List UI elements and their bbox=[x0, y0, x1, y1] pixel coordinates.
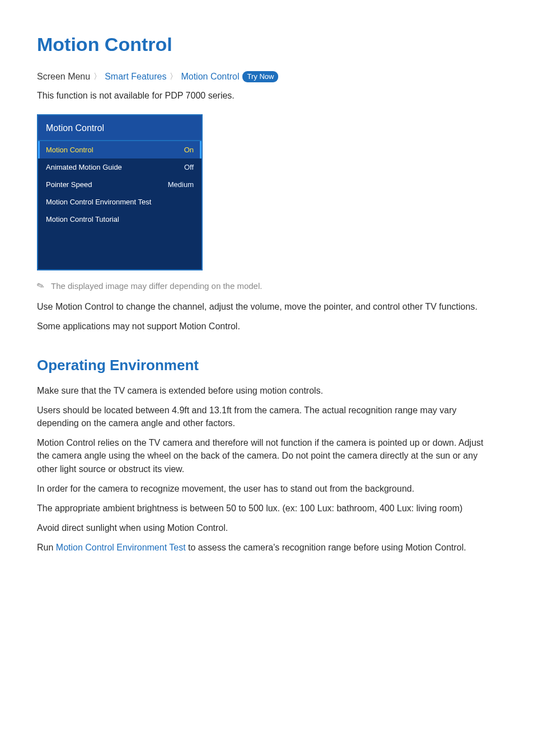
breadcrumb-prefix: Screen Menu bbox=[37, 72, 90, 82]
panel-row-animated-guide[interactable]: Animated Motion Guide Off bbox=[38, 158, 202, 176]
op-env-p7-post: to assess the camera's recognition range… bbox=[186, 543, 466, 552]
panel-row-motion-control[interactable]: Motion Control On bbox=[38, 141, 202, 158]
panel-row-pointer-speed[interactable]: Pointer Speed Medium bbox=[38, 176, 202, 193]
op-env-p2: Users should be located between 4.9ft an… bbox=[37, 404, 497, 430]
description-1: Use Motion Control to change the channel… bbox=[37, 300, 497, 313]
try-now-badge[interactable]: Try Now bbox=[242, 71, 278, 82]
op-env-p7-pre: Run bbox=[37, 543, 56, 552]
intro-note: This function is not available for PDP 7… bbox=[37, 89, 497, 102]
motion-control-panel: Motion Control Motion Control On Animate… bbox=[37, 114, 203, 270]
operating-environment-title: Operating Environment bbox=[37, 357, 497, 374]
breadcrumb-motion-control[interactable]: Motion Control bbox=[181, 72, 239, 82]
image-note-text: The displayed image may differ depending… bbox=[51, 281, 262, 291]
row-label: Motion Control bbox=[46, 146, 93, 154]
page-title: Motion Control bbox=[37, 34, 497, 55]
breadcrumb-smart-features[interactable]: Smart Features bbox=[105, 72, 166, 82]
op-env-p7: Run Motion Control Environment Test to a… bbox=[37, 541, 497, 554]
description-2: Some applications may not support Motion… bbox=[37, 320, 497, 333]
chevron-right-icon: 〉 bbox=[92, 72, 102, 82]
op-env-p4: In order for the camera to recognize mov… bbox=[37, 482, 497, 495]
panel-row-tutorial[interactable]: Motion Control Tutorial bbox=[38, 211, 202, 228]
breadcrumb: Screen Menu 〉 Smart Features 〉 Motion Co… bbox=[37, 71, 497, 82]
row-label: Motion Control Environment Test bbox=[46, 198, 151, 206]
row-value: Medium bbox=[168, 180, 194, 189]
row-value: Off bbox=[184, 163, 194, 171]
row-label: Pointer Speed bbox=[46, 180, 92, 189]
row-value: On bbox=[184, 146, 194, 154]
op-env-p1: Make sure that the TV camera is extended… bbox=[37, 384, 497, 397]
row-label: Motion Control Tutorial bbox=[46, 215, 119, 223]
motion-control-env-test-link[interactable]: Motion Control Environment Test bbox=[56, 543, 186, 552]
panel-body: Motion Control On Animated Motion Guide … bbox=[38, 140, 202, 269]
chevron-right-icon: 〉 bbox=[168, 72, 179, 82]
row-label: Animated Motion Guide bbox=[46, 163, 122, 171]
op-env-p3: Motion Control relies on the TV camera a… bbox=[37, 436, 497, 475]
op-env-p6: Avoid direct sunlight when using Motion … bbox=[37, 521, 497, 534]
op-env-p5: The appropriate ambient brightness is be… bbox=[37, 502, 497, 515]
panel-header: Motion Control bbox=[38, 115, 202, 140]
image-note: ✎ The displayed image may differ dependi… bbox=[37, 281, 497, 291]
panel-row-environment-test[interactable]: Motion Control Environment Test bbox=[38, 193, 202, 211]
pencil-icon: ✎ bbox=[35, 280, 46, 292]
